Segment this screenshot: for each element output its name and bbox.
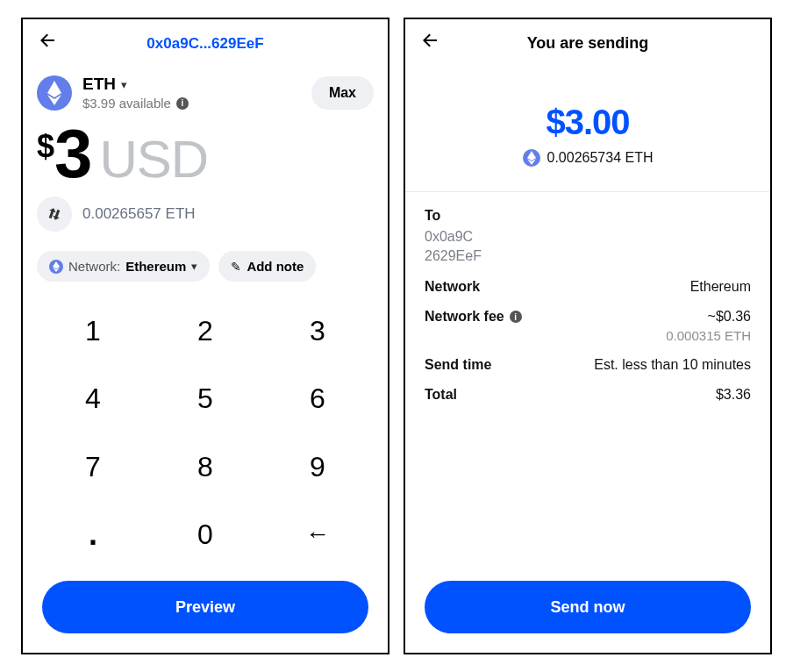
add-note-label: Add note — [246, 259, 304, 274]
chevron-down-icon: ▾ — [121, 78, 127, 91]
key-0[interactable]: 0 — [149, 501, 261, 568]
total-value: $3.36 — [716, 387, 751, 403]
key-1[interactable]: 1 — [37, 297, 149, 365]
network-label: Network — [425, 279, 480, 295]
detail-network: Network Ethereum — [425, 279, 751, 295]
available-balance: $3.99 available — [82, 96, 171, 111]
key-4[interactable]: 4 — [37, 365, 149, 433]
info-icon[interactable]: i — [176, 97, 189, 110]
conversion-row: 0.00265657 ETH — [23, 188, 388, 239]
converted-amount: 0.00265657 ETH — [82, 205, 196, 223]
chevron-down-icon: ▾ — [191, 260, 197, 273]
detail-fee-crypto: 0.000315 ETH — [425, 339, 751, 343]
info-icon[interactable]: i — [510, 311, 522, 323]
key-8[interactable]: 8 — [149, 433, 261, 501]
to-label: To — [425, 208, 440, 224]
confirm-send-screen: You are sending $3.00 0.00265734 ETH To … — [404, 18, 772, 654]
detail-to: To 0x0a9C 2629EeF — [425, 208, 751, 265]
key-5[interactable]: 5 — [149, 365, 261, 433]
key-9[interactable]: 9 — [261, 433, 374, 501]
options-row: Network: Ethereum ▾ ✎ Add note — [23, 239, 388, 287]
amount-value: 3 — [54, 119, 90, 188]
asset-row: ETH ▾ $3.99 available i Max — [23, 68, 388, 114]
ethereum-logo-icon — [46, 81, 62, 105]
preview-button[interactable]: Preview — [42, 581, 368, 633]
key-decimal[interactable]: . — [37, 501, 149, 568]
summary-usd: $3.00 — [419, 103, 756, 142]
back-button[interactable] — [419, 30, 446, 57]
send-now-button[interactable]: Send now — [425, 581, 751, 633]
network-selector[interactable]: Network: Ethereum ▾ — [37, 251, 210, 282]
eth-icon — [523, 149, 540, 167]
summary-amount: $3.00 0.00265734 ETH — [405, 68, 770, 186]
asset-symbol: ETH — [82, 75, 116, 94]
key-3[interactable]: 3 — [261, 297, 374, 365]
back-arrow-icon — [419, 30, 440, 51]
detail-total: Total $3.36 — [425, 387, 751, 403]
transaction-details: To 0x0a9C 2629EeF Network Ethereum Netwo… — [405, 192, 770, 410]
swap-icon — [47, 207, 61, 221]
summary-crypto-value: 0.00265734 ETH — [547, 150, 654, 166]
back-arrow-icon — [37, 30, 58, 51]
numeric-keypad: 1 2 3 4 5 6 7 8 9 . 0 ← — [23, 287, 388, 572]
send-time-value: Est. less than 10 minutes — [594, 357, 751, 373]
add-note-button[interactable]: ✎ Add note — [218, 251, 316, 282]
recipient-address-link[interactable]: 0x0a9C...629EeF — [63, 35, 347, 53]
amount-display: $ 3 USD — [23, 114, 388, 188]
detail-fee: Network fee i ~$0.36 — [425, 309, 751, 325]
fee-usd: ~$0.36 — [708, 309, 751, 325]
pencil-icon: ✎ — [231, 260, 241, 274]
to-address: 0x0a9C 2629EeF — [425, 227, 751, 265]
network-value: Ethereum — [690, 279, 751, 295]
network-prefix: Network: — [68, 259, 120, 274]
asset-selector[interactable]: ETH ▾ $3.99 available i — [82, 75, 311, 111]
fee-label: Network fee i — [425, 309, 522, 325]
enter-amount-screen: 0x0a9C...629EeF ETH ▾ $3.99 available i … — [21, 18, 389, 654]
total-label: Total — [425, 387, 457, 403]
key-7[interactable]: 7 — [37, 433, 149, 501]
currency-sign: $ — [37, 128, 54, 165]
network-value: Ethereum — [125, 259, 186, 274]
key-backspace[interactable]: ← — [261, 501, 374, 568]
key-2[interactable]: 2 — [149, 297, 261, 365]
key-6[interactable]: 6 — [261, 365, 374, 433]
swap-currency-button[interactable] — [37, 197, 72, 232]
back-button[interactable] — [37, 30, 63, 57]
page-title: You are sending — [446, 34, 730, 53]
max-button[interactable]: Max — [311, 76, 374, 110]
eth-icon — [37, 75, 72, 111]
detail-send-time: Send time Est. less than 10 minutes — [425, 357, 751, 373]
eth-small-icon — [49, 260, 63, 274]
send-time-label: Send time — [425, 357, 491, 373]
summary-crypto: 0.00265734 ETH — [523, 149, 654, 167]
fee-crypto: 0.000315 ETH — [666, 328, 751, 343]
header: 0x0a9C...629EeF — [23, 19, 388, 68]
header: You are sending — [405, 19, 770, 68]
currency-suffix: USD — [99, 133, 208, 186]
